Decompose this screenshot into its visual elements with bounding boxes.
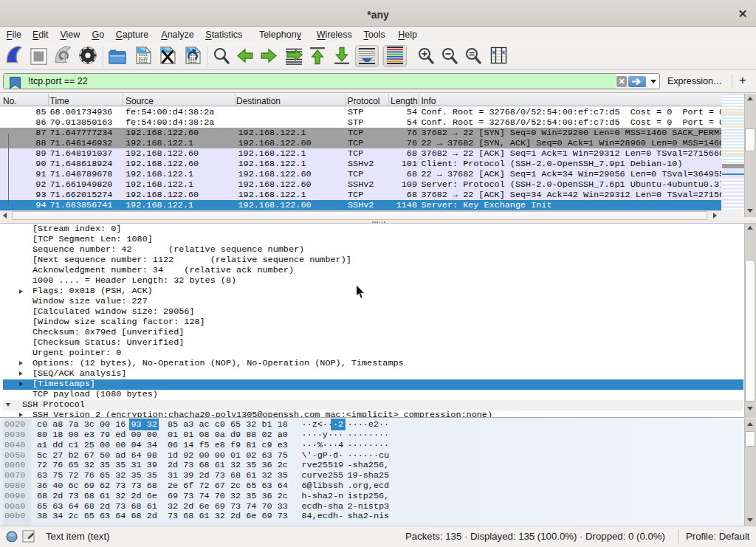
svg-text:0111: 0111 (139, 60, 148, 64)
svg-text:0111: 0111 (188, 60, 197, 64)
